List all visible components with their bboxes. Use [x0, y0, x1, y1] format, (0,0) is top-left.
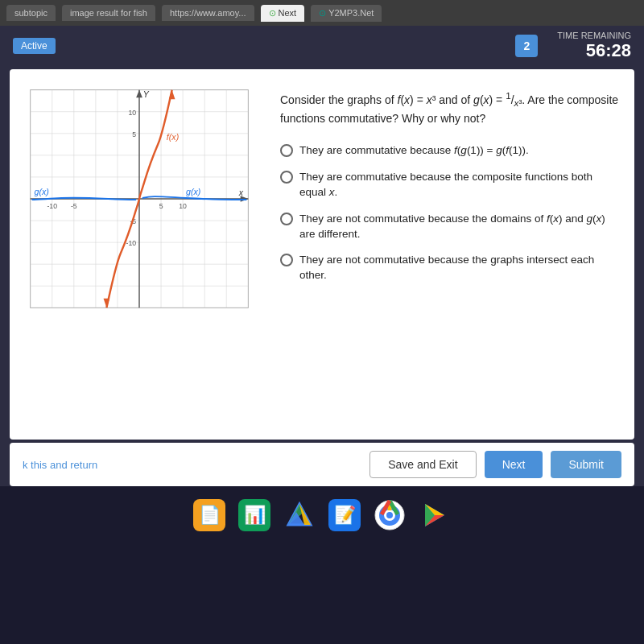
svg-text:Y: Y [143, 89, 150, 99]
question-number: 2 [515, 35, 538, 57]
svg-text:-10: -10 [47, 202, 57, 210]
svg-text:g(x): g(x) [35, 187, 49, 196]
svg-text:x: x [238, 188, 244, 197]
svg-text:5: 5 [132, 130, 136, 138]
next-button[interactable]: Next [485, 451, 543, 478]
option-d-text: They are not commutative because the gra… [299, 253, 621, 283]
svg-text:g(x): g(x) [186, 187, 200, 196]
svg-text:5: 5 [159, 202, 163, 210]
taskbar-docs-icon[interactable]: 📄 [193, 499, 225, 531]
tab-next-icon: ⊙ [269, 8, 276, 18]
svg-text:-10: -10 [126, 239, 137, 247]
option-a-text: They are commutative because f(g(1)) = g… [299, 143, 529, 159]
tab-subtopic[interactable]: subtopic [6, 5, 56, 21]
time-remaining-block: TIME REMAINING 56:28 [557, 31, 631, 61]
taskbar: 📄 📊 📝 [0, 489, 644, 541]
svg-text:10: 10 [128, 109, 136, 117]
taskbar-drive-icon[interactable] [283, 499, 316, 531]
question-text: Consider the graphs of f(x) = x³ and of … [280, 89, 621, 127]
main-area: Active 2 TIME REMAINING 56:28 [0, 26, 644, 486]
tab-y2mp3-icon: ⊙ [319, 8, 326, 18]
save-exit-button[interactable]: Save and Exit [369, 451, 476, 478]
skip-link[interactable]: k this and return [23, 459, 97, 471]
tab-image[interactable]: image result for fish [62, 5, 155, 21]
tab-next[interactable]: ⊙Next [261, 5, 305, 22]
options-list: They are commutative because f(g(1)) = g… [280, 143, 621, 283]
option-c[interactable]: They are not commutative because the dom… [280, 212, 621, 242]
taskbar-chrome-icon[interactable] [374, 499, 406, 531]
radio-a[interactable] [280, 144, 293, 157]
svg-text:-5: -5 [71, 202, 77, 210]
submit-button[interactable]: Submit [551, 451, 621, 478]
svg-text:f(x): f(x) [167, 133, 179, 142]
option-c-text: They are not commutative because the dom… [299, 212, 621, 242]
question-content: Consider the graphs of f(x) = x³ and of … [280, 82, 621, 427]
option-b[interactable]: They are commutative because the composi… [280, 170, 621, 200]
graph-svg: Y x -10 -5 5 10 10 5 -5 -10 [23, 82, 256, 316]
time-value: 56:28 [557, 40, 631, 61]
option-b-text: They are commutative because the composi… [299, 170, 621, 200]
svg-text:10: 10 [179, 202, 187, 210]
taskbar-play-icon[interactable] [419, 499, 451, 531]
radio-d[interactable] [280, 254, 293, 266]
radio-c[interactable] [280, 213, 293, 225]
option-d[interactable]: They are not commutative because the gra… [280, 253, 621, 283]
taskbar-docs-blue-icon[interactable]: 📝 [328, 499, 361, 531]
option-a[interactable]: They are commutative because f(g(1)) = g… [280, 143, 621, 159]
tab-amoy[interactable]: https://www.amoy... [162, 5, 254, 21]
active-badge: Active [13, 38, 56, 54]
bottom-bar: k this and return Save and Exit Next Sub… [10, 443, 634, 486]
tab-y2mp3[interactable]: ⊙Y2MP3.Net [311, 5, 382, 22]
action-buttons: Save and Exit Next Submit [369, 451, 621, 478]
taskbar-sheets-icon[interactable]: 📊 [238, 499, 270, 531]
question-card: Y x -10 -5 5 10 10 5 -5 -10 [10, 69, 634, 440]
time-remaining-label: TIME REMAINING [557, 31, 631, 40]
header: Active 2 TIME REMAINING 56:28 [0, 26, 644, 66]
svg-point-45 [386, 512, 393, 518]
browser-bar: subtopic image result for fish https://w… [0, 0, 644, 26]
graph-container: Y x -10 -5 5 10 10 5 -5 -10 [23, 82, 264, 427]
radio-b[interactable] [280, 171, 293, 184]
